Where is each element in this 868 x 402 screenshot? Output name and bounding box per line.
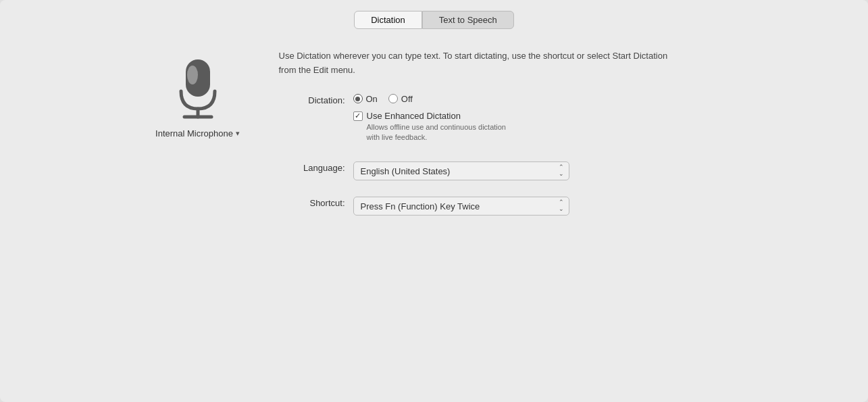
dictation-off-radio[interactable] [388, 94, 398, 103]
microphone-dropdown-arrow: ▾ [236, 129, 240, 138]
enhanced-dictation-label: Use Enhanced Dictation [367, 111, 507, 121]
shortcut-control: Press Fn (Function) Key Twice Press Fn O… [353, 197, 569, 216]
dictation-radio-group: On Off [353, 94, 507, 104]
language-control: English (United States) English (UK) Fre… [353, 161, 569, 180]
dictation-label: Dictation: [279, 94, 353, 105]
language-label: Language: [279, 161, 353, 173]
microphone-icon [171, 56, 225, 120]
tab-text-to-speech[interactable]: Text to Speech [422, 11, 514, 29]
enhanced-dictation-checkbox[interactable] [353, 111, 363, 121]
main-content: Internal Microphone ▾ Use Dictation wher… [130, 49, 738, 226]
shortcut-select-wrapper: Press Fn (Function) Key Twice Press Fn O… [353, 197, 569, 216]
dictation-controls: On Off Use Enhanced Dictation A [353, 94, 507, 143]
tab-bar: Dictation Text to Speech [354, 11, 514, 29]
language-row: Language: English (United States) Englis… [279, 161, 738, 180]
enhanced-dictation-content: Use Enhanced Dictation Allows offline us… [367, 111, 507, 143]
left-panel: Internal Microphone ▾ [130, 49, 265, 226]
shortcut-label: Shortcut: [279, 197, 353, 208]
dictation-on-label: On [366, 94, 378, 104]
tab-dictation[interactable]: Dictation [354, 11, 422, 29]
shortcut-row: Shortcut: Press Fn (Function) Key Twice … [279, 197, 738, 216]
right-panel: Use Dictation wherever you can type text… [265, 49, 738, 226]
dictation-row: Dictation: On Off [279, 94, 738, 143]
microphone-selector[interactable]: Internal Microphone ▾ [155, 128, 240, 139]
enhanced-dictation-sublabel: Allows offline use and continuous dictat… [367, 122, 507, 143]
svg-point-1 [187, 66, 198, 84]
dictation-off-label: Off [401, 94, 413, 104]
dictation-on-option[interactable]: On [353, 94, 378, 104]
description-text: Use Dictation wherever you can type text… [279, 49, 671, 78]
language-select-wrapper: English (United States) English (UK) Fre… [353, 161, 569, 180]
dictation-off-option[interactable]: Off [388, 94, 413, 104]
language-select[interactable]: English (United States) English (UK) Fre… [353, 161, 569, 180]
preferences-panel: Dictation Text to Speech Internal Microp… [0, 0, 868, 402]
dictation-on-radio[interactable] [353, 94, 363, 103]
enhanced-dictation-row: Use Enhanced Dictation Allows offline us… [353, 111, 507, 143]
shortcut-select[interactable]: Press Fn (Function) Key Twice Press Fn O… [353, 197, 569, 216]
microphone-label: Internal Microphone [155, 128, 233, 139]
